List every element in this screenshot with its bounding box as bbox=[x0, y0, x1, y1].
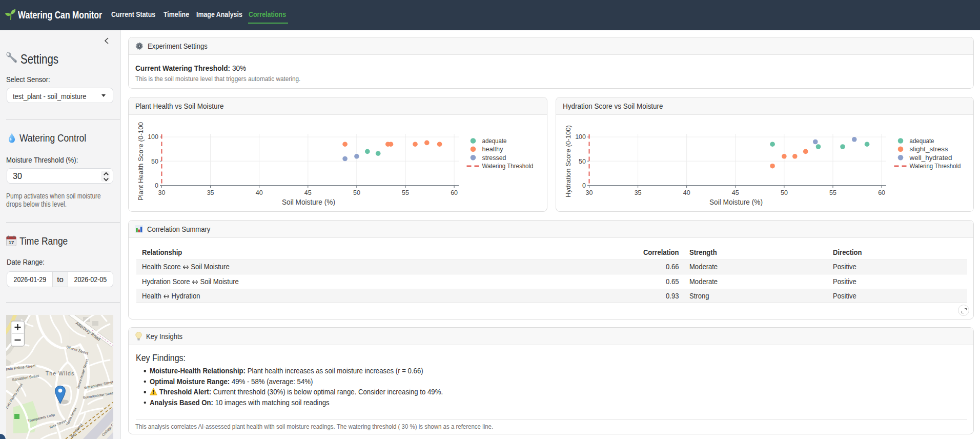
svg-text:Soil Moisture (%): Soil Moisture (%) bbox=[282, 198, 335, 206]
svg-text:50: 50 bbox=[781, 189, 788, 196]
svg-text:adequate: adequate bbox=[910, 137, 934, 145]
svg-text:100: 100 bbox=[575, 133, 586, 141]
svg-text:healthy: healthy bbox=[482, 145, 503, 153]
svg-text:adequate: adequate bbox=[482, 137, 507, 145]
svg-text:30: 30 bbox=[158, 189, 166, 196]
svg-text:100: 100 bbox=[148, 133, 158, 141]
svg-text:60: 60 bbox=[878, 189, 885, 196]
svg-text:30: 30 bbox=[586, 189, 593, 196]
svg-text:35: 35 bbox=[635, 189, 642, 196]
svg-text:50: 50 bbox=[353, 189, 360, 196]
svg-text:stressed: stressed bbox=[482, 154, 506, 162]
svg-text:Hydration Score (0-100): Hydration Score (0-100) bbox=[564, 125, 572, 197]
svg-text:45: 45 bbox=[732, 189, 739, 196]
svg-text:well_hydrated: well_hydrated bbox=[909, 154, 952, 162]
svg-text:40: 40 bbox=[256, 189, 263, 196]
svg-text:slight_stress: slight_stress bbox=[910, 145, 949, 153]
svg-text:45: 45 bbox=[304, 189, 312, 196]
svg-text:40: 40 bbox=[683, 189, 690, 196]
svg-text:Plant Health Score (0-100: Plant Health Score (0-100 bbox=[137, 122, 145, 201]
svg-text:0: 0 bbox=[582, 182, 586, 189]
svg-text:Watering Threshold: Watering Threshold bbox=[482, 162, 534, 170]
svg-text:17: 17 bbox=[9, 240, 14, 245]
svg-text:50: 50 bbox=[579, 158, 586, 165]
svg-text:55: 55 bbox=[829, 189, 836, 196]
svg-text:50: 50 bbox=[151, 158, 158, 165]
svg-text:0: 0 bbox=[155, 182, 158, 189]
svg-text:The Wilds: The Wilds bbox=[46, 370, 75, 376]
svg-text:55: 55 bbox=[402, 189, 409, 196]
svg-text:Watering Threshold: Watering Threshold bbox=[910, 162, 961, 170]
svg-text:35: 35 bbox=[207, 189, 214, 196]
svg-text:Soil Moisture (%): Soil Moisture (%) bbox=[709, 198, 763, 206]
svg-text:60: 60 bbox=[451, 189, 458, 196]
